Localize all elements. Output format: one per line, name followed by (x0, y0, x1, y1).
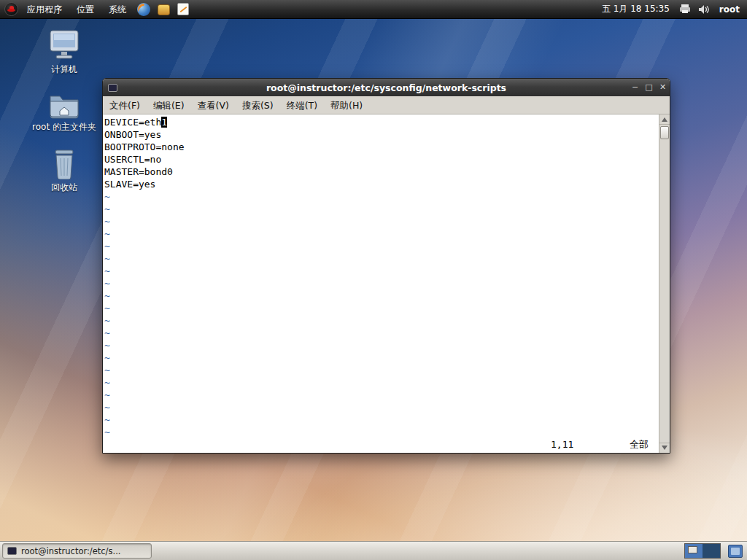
text-editor-launcher-icon[interactable] (177, 3, 189, 15)
tilde-line: ~ (104, 302, 658, 314)
bottom-taskbar: root@instructor:/etc/s... (0, 541, 747, 560)
tilde-line: ~ (104, 376, 658, 389)
panel-left: 应用程序 位置 系统 (0, 0, 193, 18)
scrollbar[interactable] (659, 114, 670, 453)
editor-line-4: USERCTL=no (104, 153, 658, 166)
desktop-icon-trash[interactable]: 回收站 (26, 149, 102, 193)
editor-line-1-text: DEVICE=eth (104, 117, 161, 128)
desktop-background: 应用程序 位置 系统 五 1月 18 15:35 (0, 0, 747, 560)
task-button-label: root@instructor:/etc/s... (21, 546, 120, 556)
tilde-line: ~ (104, 277, 658, 289)
mail-launcher-icon[interactable] (158, 4, 170, 15)
workspace-window-thumbnail (688, 546, 697, 553)
tilde-line: ~ (104, 228, 658, 240)
desktop-icon-label: 计算机 (51, 65, 77, 75)
tilde-line: ~ (104, 190, 658, 203)
desktop-icon-computer[interactable]: 计算机 (26, 29, 102, 75)
tilde-line: ~ (104, 265, 658, 277)
taskbar-right (684, 543, 743, 559)
maximize-button[interactable]: □ (642, 79, 656, 96)
editor-line-6: SLAVE=yes (104, 178, 658, 190)
scroll-position-indicator: 全部 (630, 438, 649, 451)
tilde-lines: ~~~~~~~~~~~~~~~~~~~~ (104, 190, 658, 438)
workspace-2[interactable] (703, 544, 720, 558)
menu-search[interactable]: 搜索(S) (236, 96, 280, 114)
tilde-line: ~ (104, 314, 658, 327)
menu-file[interactable]: 文件(F) (103, 96, 147, 114)
system-menu[interactable]: 系统 (101, 0, 133, 19)
desktop-icon-label: 回收站 (51, 183, 77, 193)
user-menu[interactable]: root (713, 4, 747, 15)
tilde-line: ~ (104, 252, 658, 265)
workspace-1[interactable] (685, 544, 703, 558)
editor-line-5: MASTER=bond0 (104, 166, 658, 178)
window-title: root@instructor:/etc/sysconfig/network-s… (103, 82, 670, 93)
window-controls: ─ □ ✕ (628, 79, 670, 96)
desktop-icon-list: 计算机 root 的主文件夹 回收站 (26, 29, 102, 209)
tilde-line: ~ (104, 413, 658, 426)
tilde-line: ~ (104, 215, 658, 228)
tilde-line: ~ (104, 203, 658, 215)
desktop-icon-home-folder[interactable]: root 的主文件夹 (26, 91, 102, 133)
terminal-window-icon (108, 84, 117, 92)
menu-edit[interactable]: 编辑(E) (147, 96, 191, 114)
minimize-button[interactable]: ─ (628, 79, 642, 96)
scroll-down-arrow-icon[interactable] (659, 443, 670, 453)
terminal-window: root@instructor:/etc/sysconfig/network-s… (102, 78, 670, 454)
top-panel: 应用程序 位置 系统 五 1月 18 15:35 (0, 0, 747, 19)
tilde-line: ~ (104, 426, 658, 438)
editor-line-2: ONBOOT=yes (104, 128, 658, 141)
vim-statusline: 1,11 全部 (103, 438, 658, 451)
tilde-line: ~ (104, 389, 658, 401)
cursor-block: 1 (161, 117, 167, 128)
terminal-content[interactable]: DEVICE=eth1 ONBOOT=yes BOOTPROTO=none US… (103, 114, 670, 453)
scroll-up-arrow-icon[interactable] (659, 114, 670, 125)
taskbar-corner-icon[interactable] (728, 545, 743, 558)
volume-icon[interactable] (697, 4, 711, 15)
tilde-line: ~ (104, 240, 658, 252)
taskbar-window-button[interactable]: root@instructor:/etc/s... (2, 543, 152, 559)
tilde-line: ~ (104, 289, 658, 302)
tilde-line: ~ (104, 339, 658, 351)
workspace-switcher (684, 543, 721, 559)
close-button[interactable]: ✕ (656, 79, 670, 96)
clock[interactable]: 五 1月 18 15:35 (596, 3, 676, 15)
menu-view[interactable]: 查看(V) (191, 96, 236, 114)
editor-line-3: BOOTPROTO=none (104, 141, 658, 153)
tilde-line: ~ (104, 364, 658, 376)
editor-line-1: DEVICE=eth1 (104, 116, 658, 128)
printer-tray-icon[interactable] (678, 4, 692, 15)
tilde-line: ~ (104, 401, 658, 413)
cursor-position-indicator: 1,11 (551, 438, 573, 451)
menu-terminal[interactable]: 终端(T) (280, 96, 324, 114)
terminal-menubar: 文件(F) 编辑(E) 查看(V) 搜索(S) 终端(T) 帮助(H) (103, 96, 670, 114)
applications-menu[interactable]: 应用程序 (20, 0, 69, 19)
firefox-launcher-icon[interactable] (137, 3, 150, 16)
tilde-line: ~ (104, 351, 658, 364)
terminal-task-icon (7, 547, 17, 555)
window-titlebar[interactable]: root@instructor:/etc/sysconfig/network-s… (103, 79, 670, 96)
places-menu[interactable]: 位置 (69, 0, 101, 19)
tilde-line: ~ (104, 327, 658, 339)
scrollbar-thumb[interactable] (660, 126, 669, 139)
panel-right: 五 1月 18 15:35 root (596, 0, 747, 18)
distro-logo-icon[interactable] (4, 2, 18, 16)
desktop-icon-label: root 的主文件夹 (32, 122, 96, 133)
menu-help[interactable]: 帮助(H) (324, 96, 369, 114)
